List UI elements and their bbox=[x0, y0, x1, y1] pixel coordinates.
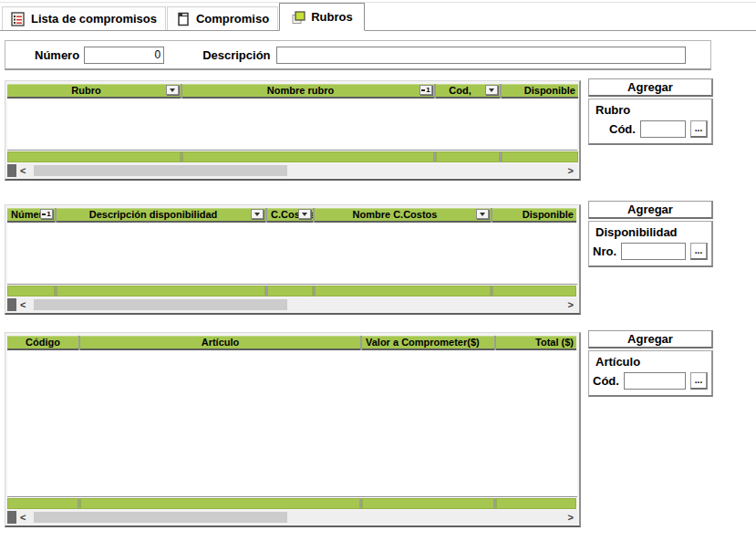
footer-segment bbox=[362, 498, 494, 509]
footer-segment bbox=[496, 498, 576, 509]
scrollbar-thumb[interactable] bbox=[34, 299, 287, 310]
column-header-valor-a-comprometer[interactable]: Valor a Comprometer($) bbox=[362, 336, 494, 350]
disponibilidad-browse-button[interactable]: ... bbox=[690, 243, 708, 260]
sort-indicator-icon[interactable]: 1 bbox=[40, 209, 53, 219]
footer-segment bbox=[57, 286, 265, 297]
disponibilidades-grid: Número 1 Descripción disponibilidad C.Co… bbox=[5, 204, 581, 315]
disponibilidad-nro-label: Nro. bbox=[593, 244, 616, 258]
rubro-browse-button[interactable]: ... bbox=[690, 120, 708, 138]
disponibilidades-grid-hscrollbar[interactable]: < > bbox=[7, 298, 577, 311]
column-header-descripcion-disponibilidad[interactable]: Descripción disponibilidad bbox=[57, 208, 265, 223]
articulo-cod-input[interactable] bbox=[624, 372, 686, 390]
rubro-groupbox: Rubro Cód. ... bbox=[588, 99, 713, 145]
column-header-nombre-rubro[interactable]: Nombre rubro 1 bbox=[182, 84, 434, 99]
articulos-grid-body[interactable] bbox=[7, 350, 577, 496]
disponibilidad-nro-input[interactable] bbox=[621, 243, 686, 260]
tab-lista-de-compromisos[interactable]: Lista de compromisos bbox=[2, 6, 166, 30]
sort-indicator-icon[interactable]: 1 bbox=[419, 85, 432, 95]
disponibilidades-grid-footer bbox=[7, 284, 577, 297]
descripcion-input[interactable] bbox=[276, 47, 686, 64]
tab-label: Lista de compromisos bbox=[31, 12, 157, 26]
column-header-disponible[interactable]: Disponible bbox=[492, 208, 576, 223]
rubros-grid-body[interactable] bbox=[7, 99, 577, 150]
footer-segment bbox=[436, 151, 500, 162]
filter-dropdown-icon[interactable] bbox=[476, 209, 489, 219]
agregar-rubro-button[interactable]: Agregar bbox=[588, 78, 713, 97]
articulo-cod-label: Cód. bbox=[593, 374, 619, 388]
articulo-browse-button[interactable]: ... bbox=[690, 372, 708, 390]
scrollbar-corner bbox=[7, 164, 16, 177]
rubros-window: Lista de compromisos Compromiso Rubros bbox=[0, 0, 756, 541]
rubros-grid-hscrollbar[interactable]: < > bbox=[7, 164, 577, 177]
rubros-grid: Rubro Nombre rubro 1 Cod, Disponible bbox=[5, 80, 581, 181]
column-header-nombre-ccostos[interactable]: Nombre C.Costos bbox=[315, 208, 491, 223]
tab-bar: Lista de compromisos Compromiso Rubros bbox=[0, 2, 756, 31]
articulos-grid-header: Código Artículo Valor a Comprometer($) T… bbox=[7, 336, 577, 350]
scrollbar-corner bbox=[7, 298, 16, 311]
disponibilidad-side-panel: Agregar Disponibilidad Nro. ... bbox=[588, 201, 713, 267]
articulo-side-panel: Agregar Artículo Cód. ... bbox=[588, 330, 713, 397]
tab-label: Compromiso bbox=[196, 12, 269, 26]
agregar-disponibilidad-button[interactable]: Agregar bbox=[588, 201, 713, 219]
filter-dropdown-icon[interactable] bbox=[298, 209, 311, 219]
articulo-group-label: Artículo bbox=[592, 354, 709, 372]
scrollbar-thumb[interactable] bbox=[34, 165, 287, 176]
column-header-total[interactable]: Total ($) bbox=[496, 336, 576, 350]
footer-segment bbox=[502, 151, 578, 162]
footer-segment bbox=[315, 286, 491, 297]
filter-dropdown-icon[interactable] bbox=[251, 209, 264, 219]
articulos-grid-hscrollbar[interactable]: < > bbox=[7, 511, 577, 524]
tab-label: Rubros bbox=[311, 10, 353, 24]
scroll-left-icon[interactable]: < bbox=[16, 165, 29, 176]
rubro-cod-input[interactable] bbox=[640, 120, 686, 138]
numero-input[interactable] bbox=[84, 47, 164, 64]
footer-segment bbox=[182, 151, 434, 162]
column-header-articulo[interactable]: Artículo bbox=[80, 336, 360, 350]
scroll-right-icon[interactable]: > bbox=[564, 299, 577, 310]
column-header-rubro[interactable]: Rubro bbox=[7, 84, 181, 99]
filter-dropdown-icon[interactable] bbox=[485, 85, 498, 95]
scroll-right-icon[interactable]: > bbox=[564, 512, 577, 523]
scroll-left-icon[interactable]: < bbox=[16, 512, 29, 523]
agregar-articulo-button[interactable]: Agregar bbox=[588, 330, 713, 349]
rubro-side-panel: Agregar Rubro Cód. ... bbox=[588, 78, 713, 145]
descripcion-label: Descripción bbox=[202, 48, 270, 62]
footer-segment bbox=[80, 498, 360, 509]
scrollbar-thumb[interactable] bbox=[34, 512, 287, 523]
column-header-disponible[interactable]: Disponible bbox=[502, 84, 578, 99]
articulo-groupbox: Artículo Cód. ... bbox=[588, 350, 713, 397]
disponibilidades-grid-header: Número 1 Descripción disponibilidad C.Co… bbox=[7, 208, 577, 223]
disponibilidad-groupbox: Disponibilidad Nro. ... bbox=[588, 221, 713, 267]
footer-segment bbox=[492, 286, 576, 297]
disponibilidad-group-label: Disponibilidad bbox=[592, 224, 709, 243]
footer-segment bbox=[7, 286, 55, 297]
tab-rubros[interactable]: Rubros bbox=[279, 3, 365, 31]
scroll-right-icon[interactable]: > bbox=[564, 165, 577, 176]
list-icon bbox=[11, 12, 26, 26]
scrollbar-corner bbox=[7, 511, 16, 524]
articulos-grid-footer bbox=[7, 496, 577, 509]
footer-segment bbox=[7, 498, 78, 509]
numero-label: Número bbox=[35, 48, 79, 62]
disponibilidades-grid-body[interactable] bbox=[7, 223, 577, 284]
notes-icon bbox=[291, 10, 306, 25]
document-icon bbox=[176, 12, 191, 26]
tab-compromiso[interactable]: Compromiso bbox=[167, 6, 278, 30]
rubro-cod-label: Cód. bbox=[609, 122, 636, 136]
column-header-numero[interactable]: Número 1 bbox=[7, 208, 55, 223]
articulos-grid: Código Artículo Valor a Comprometer($) T… bbox=[5, 332, 581, 527]
compromiso-header-panel: Número Descripción bbox=[5, 40, 711, 70]
column-header-cod[interactable]: Cod, bbox=[436, 84, 500, 99]
column-header-codigo[interactable]: Código bbox=[7, 336, 78, 350]
footer-segment bbox=[7, 151, 181, 162]
rubro-group-label: Rubro bbox=[592, 102, 709, 120]
filter-dropdown-icon[interactable] bbox=[166, 85, 179, 95]
rubros-grid-footer bbox=[7, 150, 577, 162]
footer-segment bbox=[267, 286, 313, 297]
column-header-ccostos[interactable]: C.Costos bbox=[267, 208, 313, 223]
scroll-left-icon[interactable]: < bbox=[16, 299, 29, 310]
rubros-grid-header: Rubro Nombre rubro 1 Cod, Disponible bbox=[7, 84, 577, 99]
